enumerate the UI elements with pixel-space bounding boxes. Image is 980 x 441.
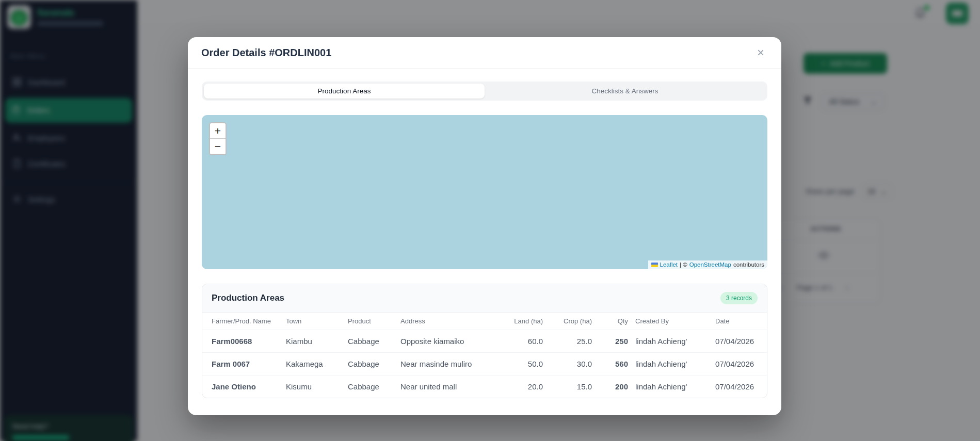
table-row[interactable]: Farm00668 Kiambu Cabbage Opposite kiamai…: [202, 330, 767, 353]
cell-land: 20.0: [499, 375, 550, 398]
production-areas-card-header: Production Areas 3 records: [202, 284, 767, 313]
cell-qty: 560: [599, 353, 635, 375]
cell-product: Cabbage: [348, 353, 400, 375]
cell-town: Kisumu: [286, 375, 348, 398]
tab-bar: Production Areas Checklists & Answers: [202, 81, 767, 101]
leaflet-link[interactable]: Leaflet: [660, 262, 678, 268]
attribution-suffix: contributors: [733, 262, 764, 268]
cell-address: Near united mall: [400, 375, 499, 398]
cell-product: Cabbage: [348, 330, 400, 353]
modal-title: Order Details #ORDLIN001: [201, 47, 331, 59]
column-header: Crop (ha): [550, 313, 599, 330]
attribution-separator: | ©: [680, 262, 687, 268]
tab-checklists-answers[interactable]: Checklists & Answers: [485, 84, 765, 99]
cell-qty: 200: [599, 375, 635, 398]
column-header: Farmer/Prod. Name: [202, 313, 286, 330]
column-header: Town: [286, 313, 348, 330]
cell-created-by: lindah Achieng': [635, 353, 715, 375]
cell-product: Cabbage: [348, 375, 400, 398]
zoom-in-button[interactable]: +: [210, 123, 226, 139]
screen: Saramala Main Menu Dashboard Orders: [0, 0, 980, 441]
cell-date: 07/04/2026: [715, 353, 767, 375]
openstreetmap-link[interactable]: OpenStreetMap: [689, 262, 731, 268]
column-header: Date: [715, 313, 767, 330]
table-row[interactable]: Farm 0067 Kakamega Cabbage Near masinde …: [202, 353, 767, 375]
ukraine-flag-icon: [651, 263, 658, 267]
column-header: Qty: [599, 313, 635, 330]
cell-date: 07/04/2026: [715, 330, 767, 353]
order-details-modal: Order Details #ORDLIN001 × Production Ar…: [188, 37, 781, 415]
cell-created-by: lindah Achieng': [635, 375, 715, 398]
close-icon[interactable]: ×: [752, 44, 769, 61]
map-zoom-control: + −: [209, 122, 227, 155]
zoom-out-button[interactable]: −: [210, 139, 226, 154]
cell-town: Kiambu: [286, 330, 348, 353]
production-areas-table: Farmer/Prod. Name Town Product Address L…: [202, 313, 767, 398]
map-attribution: Leaflet | © OpenStreetMap contributors: [648, 260, 767, 269]
modal-header: Order Details #ORDLIN001 ×: [188, 37, 781, 69]
cell-address: Near masinde muliro: [400, 353, 499, 375]
cell-land: 60.0: [499, 330, 550, 353]
column-header: Address: [400, 313, 499, 330]
production-areas-card: Production Areas 3 records Farmer/Prod. …: [202, 284, 767, 398]
cell-land: 50.0: [499, 353, 550, 375]
table-row[interactable]: Jane Otieno Kisumu Cabbage Near united m…: [202, 375, 767, 398]
records-count-badge: 3 records: [720, 292, 758, 304]
cell-farmer-name: Jane Otieno: [202, 375, 286, 398]
column-header: Product: [348, 313, 400, 330]
production-areas-title: Production Areas: [212, 293, 284, 303]
cell-farmer-name: Farm00668: [202, 330, 286, 353]
cell-date: 07/04/2026: [715, 375, 767, 398]
cell-crop: 15.0: [550, 375, 599, 398]
leaflet-map[interactable]: + − Leaflet | © OpenStreetMap contributo…: [202, 115, 767, 269]
tab-production-areas[interactable]: Production Areas: [204, 84, 485, 99]
column-header: Created By: [635, 313, 715, 330]
modal-body: Production Areas Checklists & Answers + …: [188, 69, 781, 398]
column-header: Land (ha): [499, 313, 550, 330]
cell-created-by: lindah Achieng': [635, 330, 715, 353]
table-header-row: Farmer/Prod. Name Town Product Address L…: [202, 313, 767, 330]
cell-farmer-name: Farm 0067: [202, 353, 286, 375]
cell-qty: 250: [599, 330, 635, 353]
cell-address: Opposite kiamaiko: [400, 330, 499, 353]
cell-town: Kakamega: [286, 353, 348, 375]
cell-crop: 25.0: [550, 330, 599, 353]
cell-crop: 30.0: [550, 353, 599, 375]
